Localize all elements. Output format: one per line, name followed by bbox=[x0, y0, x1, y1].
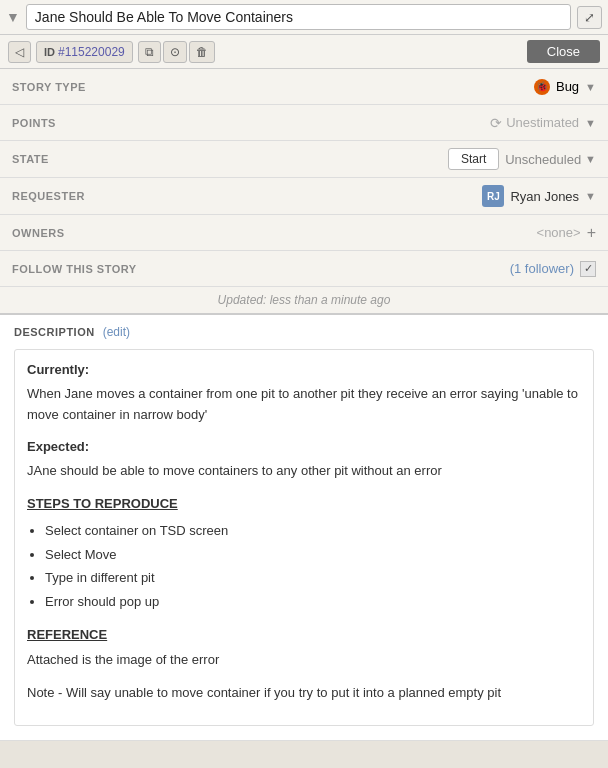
owners-label: OWNERS bbox=[12, 227, 142, 239]
description-title: DESCRIPTION bbox=[14, 326, 95, 338]
follow-label: FOLLOW THIS STORY bbox=[12, 263, 142, 275]
points-row: POINTS ⟳ Unestimated ▼ bbox=[0, 105, 608, 141]
description-header: DESCRIPTION (edit) bbox=[14, 325, 594, 339]
points-value: ⟳ Unestimated ▼ bbox=[142, 115, 596, 131]
requester-avatar: RJ bbox=[482, 185, 504, 207]
state-unscheduled: Unscheduled ▼ bbox=[505, 152, 596, 167]
unscheduled-text: Unscheduled bbox=[505, 152, 581, 167]
currently-heading: Currently: bbox=[27, 360, 581, 381]
updated-text: Updated: less than a minute ago bbox=[218, 293, 391, 307]
story-type-dropdown-icon[interactable]: ▼ bbox=[585, 81, 596, 93]
edit-link[interactable]: (edit) bbox=[103, 325, 130, 339]
follow-value: (1 follower) ✓ bbox=[142, 261, 596, 277]
action-buttons: ⧉ ⊙ 🗑 bbox=[138, 41, 215, 63]
details-panel: STORY TYPE 🐞 Bug ▼ POINTS ⟳ Unestimated … bbox=[0, 69, 608, 315]
bug-icon: 🐞 bbox=[534, 79, 550, 95]
follower-count-link[interactable]: (1 follower) bbox=[510, 261, 574, 276]
description-section: DESCRIPTION (edit) Currently: When Jane … bbox=[0, 315, 608, 741]
requester-label: REQUESTER bbox=[12, 190, 142, 202]
owners-value: <none> + bbox=[142, 224, 596, 242]
points-dropdown-icon[interactable]: ▼ bbox=[585, 117, 596, 129]
state-label: STATE bbox=[12, 153, 142, 165]
owners-row: OWNERS <none> + bbox=[0, 215, 608, 251]
unestimated-check-icon: ⟳ bbox=[490, 115, 502, 131]
state-dropdown-icon[interactable]: ▼ bbox=[585, 153, 596, 165]
expected-heading: Expected: bbox=[27, 437, 581, 458]
start-button[interactable]: Start bbox=[448, 148, 499, 170]
steps-heading: STEPS TO REPRODUCE bbox=[27, 494, 581, 515]
add-owner-button[interactable]: + bbox=[587, 224, 596, 242]
description-content: Currently: When Jane moves a container f… bbox=[14, 349, 594, 726]
id-badge: ID #115220029 bbox=[36, 41, 133, 63]
points-label: POINTS bbox=[12, 117, 142, 129]
back-button[interactable]: ◁ bbox=[8, 41, 31, 63]
follow-row: FOLLOW THIS STORY (1 follower) ✓ bbox=[0, 251, 608, 287]
owners-none-text: <none> bbox=[537, 225, 581, 240]
reference-heading: REFERENCE bbox=[27, 625, 581, 646]
story-type-value: 🐞 Bug ▼ bbox=[142, 79, 596, 95]
story-type-label: STORY TYPE bbox=[12, 81, 142, 93]
currently-text: When Jane moves a container from one pit… bbox=[27, 384, 581, 426]
requester-name: Ryan Jones bbox=[510, 189, 579, 204]
copy-button[interactable]: ⧉ bbox=[138, 41, 161, 63]
story-title-input[interactable] bbox=[26, 4, 571, 30]
state-row: STATE Start Unscheduled ▼ bbox=[0, 141, 608, 178]
state-value: Start Unscheduled ▼ bbox=[142, 148, 596, 170]
story-type-row: STORY TYPE 🐞 Bug ▼ bbox=[0, 69, 608, 105]
delete-button[interactable]: 🗑 bbox=[189, 41, 215, 63]
expand-button[interactable]: ⤢ bbox=[577, 6, 602, 29]
reference-line1: Attached is the image of the error bbox=[27, 650, 581, 671]
list-item: Error should pop up bbox=[45, 592, 581, 613]
list-item: Select container on TSD screen bbox=[45, 521, 581, 542]
title-bar: ▼ ⤢ bbox=[0, 0, 608, 35]
story-type-text: Bug bbox=[556, 79, 579, 94]
history-button[interactable]: ⊙ bbox=[163, 41, 187, 63]
list-item: Type in different pit bbox=[45, 568, 581, 589]
steps-list: Select container on TSD screen Select Mo… bbox=[45, 521, 581, 613]
toolbar: ◁ ID #115220029 ⧉ ⊙ 🗑 Close bbox=[0, 35, 608, 69]
requester-dropdown-icon[interactable]: ▼ bbox=[585, 190, 596, 202]
list-item: Select Move bbox=[45, 545, 581, 566]
updated-row: Updated: less than a minute ago bbox=[0, 287, 608, 313]
unestimated-wrapper: ⟳ Unestimated bbox=[490, 115, 579, 131]
reference-line2: Note - Will say unable to move container… bbox=[27, 683, 581, 704]
follow-checkbox[interactable]: ✓ bbox=[580, 261, 596, 277]
unestimated-text: Unestimated bbox=[506, 115, 579, 130]
requester-value: RJ Ryan Jones ▼ bbox=[142, 185, 596, 207]
requester-row: REQUESTER RJ Ryan Jones ▼ bbox=[0, 178, 608, 215]
id-label: ID bbox=[44, 46, 55, 58]
close-button[interactable]: Close bbox=[527, 40, 600, 63]
back-arrow-icon[interactable]: ▼ bbox=[6, 9, 20, 25]
expected-text: JAne should be able to move containers t… bbox=[27, 461, 581, 482]
id-number: #115220029 bbox=[58, 45, 125, 59]
